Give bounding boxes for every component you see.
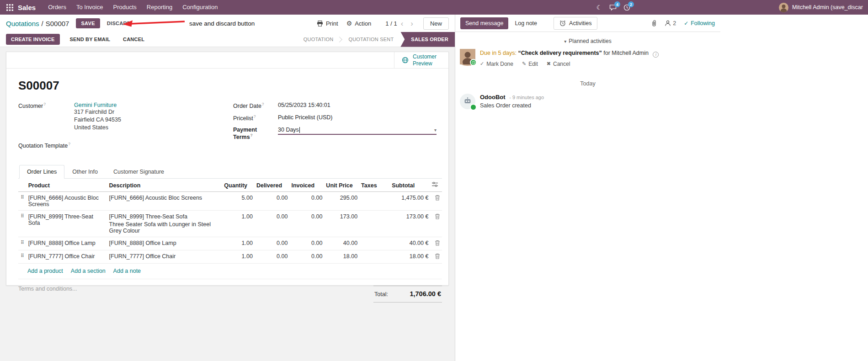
quantity-cell[interactable]: 5.00 <box>222 192 255 211</box>
create-invoice-button[interactable]: CREATE INVOICE <box>6 34 60 45</box>
delete-row-button[interactable] <box>430 237 442 250</box>
delete-row-button[interactable] <box>430 250 442 264</box>
tab-other-info[interactable]: Other Info <box>64 165 106 179</box>
description-cell[interactable]: [FURN_7777] Office Chair <box>107 250 223 264</box>
product-cell[interactable]: [FURN_7777] Office Chair <box>27 250 107 264</box>
dark-mode-toggle[interactable]: ☾ <box>592 0 606 15</box>
send-message-button[interactable]: Send message <box>460 17 508 29</box>
app-name[interactable]: Sales <box>18 4 36 11</box>
action-button[interactable]: ⚙ Action <box>342 18 376 29</box>
taxes-cell[interactable] <box>359 237 390 250</box>
new-button[interactable]: New <box>423 17 449 30</box>
dropdown-caret-icon[interactable]: ▾ <box>434 127 437 133</box>
status-quotation-sent[interactable]: QUOTATION SENT <box>341 32 400 47</box>
order-date-value[interactable]: 05/25/2023 15:40:01 <box>278 102 330 108</box>
description-cell[interactable]: [FURN_8888] Office Lamp <box>107 237 223 250</box>
attachments-button[interactable] <box>650 19 658 27</box>
planned-activities-header[interactable]: ▾Planned activities <box>455 32 720 48</box>
delete-row-button[interactable] <box>430 211 442 237</box>
table-row[interactable]: ⠿ [FURN_8888] Office Lamp [FURN_8888] Of… <box>18 237 442 250</box>
log-note-button[interactable]: Log note <box>510 17 542 29</box>
tab-order-lines[interactable]: Order Lines <box>19 165 64 179</box>
column-quantity[interactable]: Quantity <box>222 179 255 192</box>
table-row[interactable]: ⠿ [FURN_8999] Three-Seat Sofa [FURN_8999… <box>18 211 442 237</box>
delivered-cell[interactable]: 0.00 <box>255 192 290 211</box>
add-product-link[interactable]: Add a product <box>27 268 63 274</box>
customer-link[interactable]: Gemini Furniture <box>74 102 117 108</box>
mark-done-button[interactable]: ✓ Mark Done <box>480 61 513 67</box>
unit-price-cell[interactable]: 295.00 <box>324 192 359 211</box>
drag-handle-icon[interactable]: ⠿ <box>18 211 27 237</box>
taxes-cell[interactable] <box>359 250 390 264</box>
menu-products[interactable]: Products <box>108 0 141 15</box>
product-cell[interactable]: [FURN_6666] Acoustic Bloc Screens <box>27 192 107 211</box>
activities-tab[interactable]: Activities <box>554 17 597 30</box>
message-author[interactable]: OdooBot <box>480 94 506 101</box>
column-subtotal[interactable]: Subtotal <box>390 179 430 192</box>
followers-button[interactable]: 2 <box>664 19 677 27</box>
cancel-activity-button[interactable]: ✖ Cancel <box>547 61 570 67</box>
column-delivered[interactable]: Delivered <box>255 179 290 192</box>
customer-preview-button[interactable]: Customer Preview <box>394 52 448 68</box>
activities-menu[interactable]: 2 <box>620 0 634 15</box>
delivered-cell[interactable]: 0.00 <box>255 211 290 237</box>
unit-price-cell[interactable]: 18.00 <box>324 250 359 264</box>
description-cell[interactable]: [FURN_6666] Acoustic Bloc Screens <box>107 192 223 211</box>
invoiced-cell[interactable]: 0.00 <box>289 192 324 211</box>
delete-row-button[interactable] <box>430 192 442 211</box>
messages-menu[interactable]: 4 <box>606 0 620 15</box>
column-description[interactable]: Description <box>107 179 223 192</box>
taxes-cell[interactable] <box>359 211 390 237</box>
column-taxes[interactable]: Taxes <box>359 179 390 192</box>
delivered-cell[interactable]: 0.00 <box>255 250 290 264</box>
product-cell[interactable]: [FURN_8999] Three-Seat Sofa <box>27 211 107 237</box>
taxes-cell[interactable] <box>359 192 390 211</box>
drag-handle-icon[interactable]: ⠿ <box>18 192 27 211</box>
table-row[interactable]: ⠿ [FURN_6666] Acoustic Bloc Screens [FUR… <box>18 192 442 211</box>
drag-handle-icon[interactable]: ⠿ <box>18 250 27 264</box>
info-icon[interactable]: i <box>653 52 659 58</box>
cancel-button[interactable]: CANCEL <box>120 36 147 42</box>
unit-price-cell[interactable]: 40.00 <box>324 237 359 250</box>
add-section-link[interactable]: Add a section <box>71 268 106 274</box>
column-product[interactable]: Product <box>27 179 107 192</box>
quantity-cell[interactable]: 1.00 <box>222 237 255 250</box>
breadcrumb-quotations-link[interactable]: Quotations <box>6 20 39 27</box>
delivered-cell[interactable]: 0.00 <box>255 237 290 250</box>
user-menu[interactable]: Mitchell Admin (save_discar <box>792 4 864 11</box>
payment-terms-field[interactable]: 30 Days ▾ <box>278 127 437 135</box>
following-button[interactable]: ✓ Following <box>683 19 716 27</box>
drag-handle-icon[interactable]: ⠿ <box>18 237 27 250</box>
pager-previous[interactable]: ‹ <box>397 20 407 27</box>
tab-customer-signature[interactable]: Customer Signature <box>106 165 172 179</box>
pricelist-value[interactable]: Public Pricelist (USD) <box>278 114 332 121</box>
print-button[interactable]: Print <box>313 18 342 29</box>
description-cell[interactable]: [FURN_8999] Three-Seat Sofa Three Seater… <box>107 211 223 237</box>
discard-button[interactable]: DISCARD <box>103 18 134 28</box>
menu-orders[interactable]: Orders <box>43 0 71 15</box>
user-avatar[interactable] <box>779 3 788 12</box>
column-invoiced[interactable]: Invoiced <box>289 179 324 192</box>
invoiced-cell[interactable]: 0.00 <box>289 211 324 237</box>
menu-to-invoice[interactable]: To Invoice <box>71 0 108 15</box>
edit-activity-button[interactable]: ✎ Edit <box>522 61 538 67</box>
apps-grid-icon[interactable] <box>5 4 15 11</box>
product-cell[interactable]: [FURN_8888] Office Lamp <box>27 237 107 250</box>
unit-price-cell[interactable]: 173.00 <box>324 211 359 237</box>
send-by-email-button[interactable]: SEND BY EMAIL <box>67 36 113 42</box>
invoiced-cell[interactable]: 0.00 <box>289 237 324 250</box>
quantity-cell[interactable]: 1.00 <box>222 211 255 237</box>
status-sales-order[interactable]: SALES ORDER <box>400 32 455 47</box>
quantity-cell[interactable]: 1.00 <box>222 250 255 264</box>
menu-configuration[interactable]: Configuration <box>177 0 223 15</box>
terms-placeholder[interactable]: Terms and conditions... <box>18 286 77 303</box>
column-unit-price[interactable]: Unit Price <box>324 179 359 192</box>
table-row[interactable]: ⠿ [FURN_7777] Office Chair [FURN_7777] O… <box>18 250 442 264</box>
menu-reporting[interactable]: Reporting <box>142 0 177 15</box>
optional-columns-button[interactable] <box>430 179 442 192</box>
status-quotation[interactable]: QUOTATION <box>297 32 341 47</box>
save-button[interactable]: SAVE <box>76 18 100 28</box>
invoiced-cell[interactable]: 0.00 <box>289 250 324 264</box>
add-note-link[interactable]: Add a note <box>113 268 141 274</box>
pager-next[interactable]: › <box>407 20 417 27</box>
